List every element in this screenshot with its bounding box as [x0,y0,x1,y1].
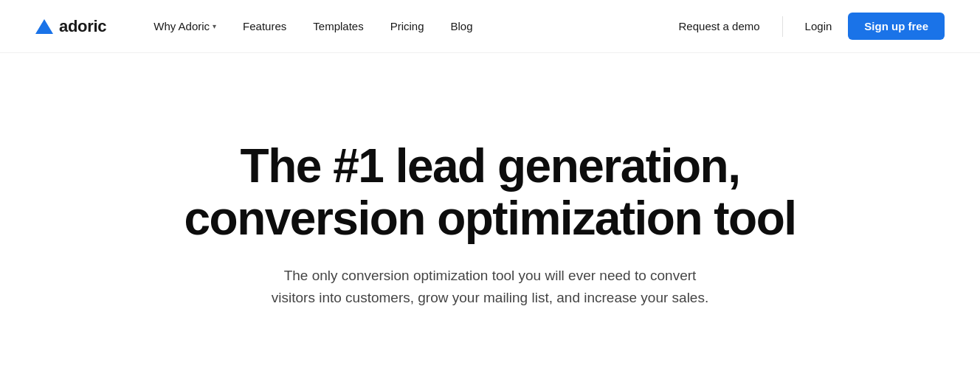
nav-blog[interactable]: Blog [439,14,485,38]
nav-templates[interactable]: Templates [301,14,375,38]
request-demo-button[interactable]: Request a demo [666,14,773,38]
nav-divider [782,16,783,37]
hero-section: The #1 lead generation, conversion optim… [0,53,980,382]
hero-subtitle: The only conversion optimization tool yo… [261,265,719,310]
nav-features[interactable]: Features [231,14,298,38]
hero-title: The #1 lead generation, conversion optim… [158,140,822,244]
logo-text: adoric [59,17,106,36]
logo-icon [35,19,53,34]
logo-link[interactable]: adoric [35,17,106,36]
chevron-down-icon: ▾ [213,22,216,30]
login-button[interactable]: Login [792,14,846,38]
nav-links: Why Adoric ▾ Features Templates Pricing … [142,14,665,38]
nav-why-adoric[interactable]: Why Adoric ▾ [142,14,228,38]
nav-actions: Request a demo Login Sign up free [666,13,945,40]
nav-pricing[interactable]: Pricing [379,14,436,38]
navbar: adoric Why Adoric ▾ Features Templates P… [0,0,980,53]
signup-button[interactable]: Sign up free [848,13,945,40]
